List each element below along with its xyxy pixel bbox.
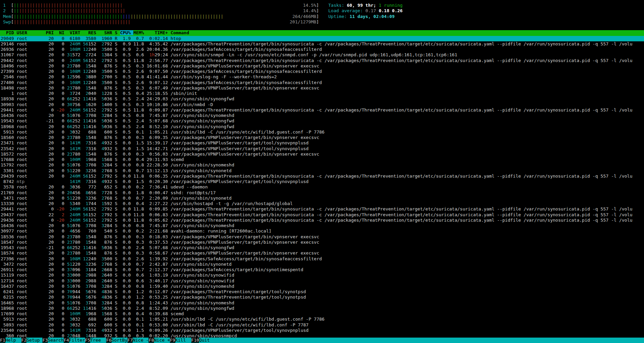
process-row[interactable]: 27399 root 20 0 108M 12240 3500 S 0.5 2.… <box>1 69 644 74</box>
process-row[interactable]: 16465 root 20 0 51076 3708 3284 S 0.0 0.… <box>1 300 644 306</box>
process-row[interactable]: 3471 root 20 0 51220 3236 2768 S 0.0 0.7… <box>1 196 644 201</box>
table-header-row[interactable]: PID USER PRI NI VIRT RES SHR S CPU% MEM%… <box>0 30 644 36</box>
function-key-f3[interactable]: F3 <box>42 338 48 343</box>
process-row[interactable]: 30903 root 20 0 30756 1620 1400 S 0.5 0.… <box>1 102 644 107</box>
process-row[interactable]: 18968 root 20 0 66252 11416 5036 S 0.5 2… <box>1 124 644 129</box>
cpu2-meter: 2 [|||||||||||||||||||||||||||||||||||||… <box>3 8 644 14</box>
process-row[interactable]: 5893 root 20 0 3032 692 600 S 0.0 0.1 0:… <box>1 322 644 328</box>
function-key-f10[interactable]: F10 <box>191 338 199 343</box>
process-row[interactable]: 27400 root 20 0 108M 12240 3500 S 0.5 2.… <box>1 80 644 85</box>
cpu1-meter: 1 [|||||||||||||||||||||||||||||||||||||… <box>3 3 644 8</box>
process-row[interactable]: 3301 root 20 0 51220 3236 2768 S 0.0 0.7… <box>1 168 644 174</box>
process-row[interactable]: 19543 root -21 0 66252 11416 5036 S 0.5 … <box>1 118 644 124</box>
process-row[interactable]: 30977 root 20 0 4656 760 540 S 0.0 0.2 2… <box>1 228 644 234</box>
load-average: Load average: 0.17 0.18 0.26 <box>328 8 403 14</box>
function-key-f7[interactable]: F7 <box>128 338 133 343</box>
process-row[interactable]: 15119 root 20 0 33000 2988 2640 S 0.0 0.… <box>1 273 644 278</box>
process-row[interactable]: 23540 root 20 0 141M 7316 4932 S 0.0 1.5… <box>1 328 644 333</box>
process-row[interactable]: 29437 root 22 2 240M 56152 2792 S 0.0 11… <box>1 212 644 218</box>
meter-area: 1 [|||||||||||||||||||||||||||||||||||||… <box>0 0 644 25</box>
process-row-selected[interactable]: 29049 root 20 0 6180 3580 1960 R 1.9 0.7… <box>0 36 644 41</box>
process-row[interactable]: 26911 root 20 0 37096 3184 2668 S 0.0 0.… <box>1 267 644 273</box>
process-row[interactable]: 17699 root 20 0 100M 1968 1568 S 0.0 0.4… <box>1 311 644 317</box>
function-key-f1[interactable]: F1 <box>0 338 5 343</box>
function-label-nice-[interactable]: Nice + <box>154 338 170 343</box>
function-label-nice-[interactable]: Nice - <box>133 338 149 343</box>
process-row[interactable]: 29442 root 20 0 240M 56152 2792 S 0.5 11… <box>1 58 644 63</box>
process-row[interactable]: 27396 root 20 0 108M 12240 3500 S 0.0 2.… <box>1 256 644 262</box>
process-row[interactable]: 23542 root 20 0 141M 7316 4932 S 0.0 1.5… <box>1 146 644 152</box>
process-row[interactable]: 21769 root 20 0 20456 8656 7728 S 0.0 1.… <box>1 190 644 196</box>
function-label-kill[interactable]: Kill <box>175 338 191 343</box>
process-row[interactable]: 26936 root 20 0 108M 12240 3500 S 0.9 2.… <box>1 47 644 52</box>
tasks-summary: Tasks: 60, 99 thr; 1 running <box>328 3 403 8</box>
function-key-f2[interactable]: F2 <box>21 338 27 343</box>
function-key-f5[interactable]: F5 <box>85 338 91 343</box>
process-row[interactable]: 2546 root 20 0 12596 3880 2700 S 0.5 0.8… <box>1 74 644 80</box>
process-row[interactable]: 19543 root -21 0 66252 11416 5036 S 0.0 … <box>1 245 644 250</box>
process-row[interactable]: 3472 root 20 0 51220 3236 2768 S 0.0 0.7… <box>1 262 644 267</box>
htop-terminal: { "app_title": "htop", "colors": { "back… <box>0 0 644 343</box>
process-row[interactable]: 29441 root 0 -20 240M 56152 2792 S 0.5 1… <box>1 107 644 113</box>
swp-meter: Swp[||||||||||||||||||||||||||||||||||||… <box>3 19 644 25</box>
function-key-f6[interactable]: F6 <box>106 338 112 343</box>
process-table: PID USER PRI NI VIRT RES SHR S CPU% MEM%… <box>0 25 644 339</box>
function-label-help[interactable]: Help <box>5 338 21 343</box>
process-row[interactable]: 18968 root 20 0 66252 11416 5036 S 0.0 2… <box>1 306 644 311</box>
process-row[interactable]: 18536 root 20 0 23780 1548 876 S 0.0 0.3… <box>1 234 644 240</box>
process-row[interactable]: 18574 root 20 0 23780 1548 876 S 0.0 0.3… <box>1 250 644 256</box>
function-key-f4[interactable]: F4 <box>64 338 69 343</box>
function-label-quit[interactable]: Quit <box>199 338 215 343</box>
process-row[interactable]: 5913 root 20 0 3032 688 600 S 0.0 0.1 1:… <box>1 317 644 322</box>
function-label-setup[interactable]: Setup <box>26 338 42 343</box>
process-row[interactable]: 5913 root 20 0 3032 688 600 S 0.5 0.1 1:… <box>1 129 644 135</box>
process-list: 29049 root 20 0 6180 3580 1960 R 1.9 0.7… <box>1 36 644 339</box>
process-row[interactable]: 23471 root 20 0 141M 7316 4932 S 0.0 1.5… <box>1 140 644 146</box>
process-row[interactable]: 17688 root 20 0 100M 1968 1568 S 0.0 0.4… <box>1 157 644 162</box>
process-row[interactable]: 6215 root 20 0 70944 5676 4836 S 0.0 1.2… <box>1 295 644 300</box>
process-row[interactable]: 16436 root 20 0 51076 3708 3284 S 0.5 0.… <box>1 113 644 118</box>
process-row[interactable]: 18496 root 20 0 23780 1548 876 S 0.5 0.3… <box>1 63 644 69</box>
process-row[interactable]: 16437 root 20 0 51076 3708 3284 S 0.0 0.… <box>1 284 644 289</box>
process-row[interactable]: 1 root 20 0 3724 2040 1228 S 0.5 0.4 25:… <box>1 91 644 96</box>
process-row[interactable]: 6241 root 20 0 70944 5676 4836 S 0.0 1.2… <box>1 289 644 295</box>
uptime: Uptime: 11 days, 02:04:09 <box>328 14 403 19</box>
process-row[interactable]: 8742 ntp 141M 7316 4932 S 0.0 1.5 0:20.3… <box>1 179 644 184</box>
function-label-filter[interactable]: Filter <box>69 338 85 343</box>
process-row[interactable]: 29436 root 0 -20 240M 56152 2792 S 0.0 1… <box>1 218 644 223</box>
function-key-bar: F1Help F2Setup F3SearchF4FilterF5Tree F6… <box>0 338 644 343</box>
process-row[interactable]: 29146 root 20 0 240M 56152 2792 S 0.9 11… <box>1 41 644 47</box>
spacer-line <box>1 25 644 30</box>
process-row[interactable]: 31067 root 20 0 31572 2724 1384 S 0.5 0.… <box>1 52 644 58</box>
process-row[interactable]: 18572 root 20 0 23780 1548 876 S 0.0 0.3… <box>1 152 644 157</box>
mem-meter: Mem[||||||||||||||||||||||||||||||||||||… <box>3 14 644 19</box>
process-row[interactable]: 3578 root 20 0 3036 772 652 S 0.0 0.2 7:… <box>1 184 644 190</box>
process-row[interactable]: 13330 root 20 0 5340 1744 1592 S 0.0 0.4… <box>1 201 644 206</box>
process-row[interactable]: 18938 root 20 0 66252 11416 5036 S 0.5 2… <box>1 96 644 102</box>
function-key-f9[interactable]: F9 <box>170 338 175 343</box>
tasks-info-panel: Tasks: 60, 99 thr; 1 runningLoad average… <box>328 3 403 19</box>
process-row[interactable]: 29441 root 0 -20 240M 56152 2792 S 0.0 1… <box>1 206 644 212</box>
function-label-tree[interactable]: Tree <box>90 338 106 343</box>
sort-column-header: CPU% <box>120 30 133 35</box>
process-row[interactable]: 29439 root 20 0 240M 56152 2792 S 0.0 11… <box>1 174 644 179</box>
process-row[interactable]: 18560 root 20 0 23780 1548 876 S 0.0 0.3… <box>1 135 644 140</box>
process-row[interactable]: 18547 root 20 0 23780 1548 876 S 0.0 0.3… <box>1 240 644 245</box>
function-key-f8[interactable]: F8 <box>149 338 154 343</box>
process-row[interactable]: 16436 root 20 0 51076 3708 3284 S 0.0 0.… <box>1 223 644 228</box>
process-row[interactable]: 12714 root 20 0 33000 2988 2640 S 0.0 0.… <box>1 278 644 284</box>
function-label-search[interactable]: Search <box>48 338 64 343</box>
function-label-sortby[interactable]: SortBy <box>112 338 128 343</box>
process-row[interactable]: 15792 root 20 0 51076 3708 3284 S 0.0 0.… <box>1 162 644 168</box>
process-row[interactable]: 18498 root 20 0 23780 1548 876 S 0.5 0.3… <box>1 85 644 91</box>
